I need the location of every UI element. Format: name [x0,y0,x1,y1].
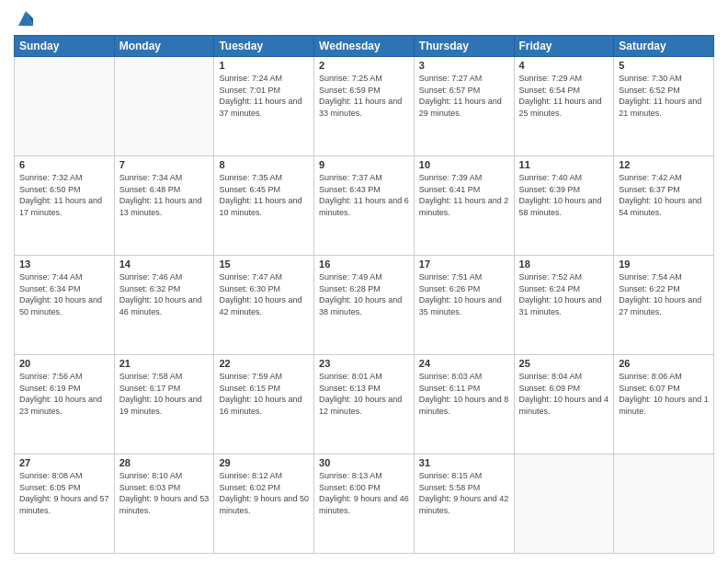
calendar-cell: 12Sunrise: 7:42 AM Sunset: 6:37 PM Dayli… [614,156,714,256]
day-number: 5 [619,60,709,71]
day-number: 12 [619,159,709,170]
calendar-cell: 18Sunrise: 7:52 AM Sunset: 6:24 PM Dayli… [514,256,614,355]
day-number: 26 [619,358,709,369]
day-number: 19 [619,259,709,270]
header [14,9,714,28]
day-number: 15 [219,259,309,270]
day-info: Sunrise: 7:42 AM Sunset: 6:37 PM Dayligh… [619,172,709,218]
day-number: 11 [519,159,609,170]
day-info: Sunrise: 7:35 AM Sunset: 6:45 PM Dayligh… [219,172,309,218]
calendar-header-tuesday: Tuesday [214,36,314,57]
calendar-cell: 7Sunrise: 7:34 AM Sunset: 6:48 PM Daylig… [114,156,214,256]
calendar-header-sunday: Sunday [15,36,115,57]
day-info: Sunrise: 7:39 AM Sunset: 6:41 PM Dayligh… [419,172,509,218]
day-info: Sunrise: 7:47 AM Sunset: 6:30 PM Dayligh… [219,271,309,317]
day-info: Sunrise: 7:51 AM Sunset: 6:26 PM Dayligh… [419,271,509,317]
day-number: 28 [119,457,210,468]
day-number: 9 [319,159,409,170]
calendar-cell: 13Sunrise: 7:44 AM Sunset: 6:34 PM Dayli… [15,256,115,355]
calendar-cell: 30Sunrise: 8:13 AM Sunset: 6:00 PM Dayli… [314,454,415,554]
day-info: Sunrise: 8:03 AM Sunset: 6:11 PM Dayligh… [419,371,509,417]
calendar-header-friday: Friday [514,36,614,57]
calendar-cell [15,57,115,156]
day-info: Sunrise: 7:40 AM Sunset: 6:39 PM Dayligh… [519,172,609,218]
day-number: 24 [419,358,509,369]
logo [14,9,35,28]
day-number: 27 [19,457,109,468]
calendar-cell: 27Sunrise: 8:08 AM Sunset: 6:05 PM Dayli… [15,454,115,554]
calendar-cell: 3Sunrise: 7:27 AM Sunset: 6:57 PM Daylig… [414,57,514,156]
day-info: Sunrise: 7:59 AM Sunset: 6:15 PM Dayligh… [219,371,309,417]
day-number: 20 [19,358,109,369]
day-info: Sunrise: 8:01 AM Sunset: 6:13 PM Dayligh… [319,371,409,417]
day-number: 4 [519,60,609,71]
day-number: 8 [219,159,309,170]
day-number: 1 [219,60,309,71]
calendar-cell: 4Sunrise: 7:29 AM Sunset: 6:54 PM Daylig… [514,57,614,156]
calendar-cell: 16Sunrise: 7:49 AM Sunset: 6:28 PM Dayli… [314,256,415,355]
calendar-cell: 24Sunrise: 8:03 AM Sunset: 6:11 PM Dayli… [414,355,514,454]
page: SundayMondayTuesdayWednesdayThursdayFrid… [0,0,728,563]
calendar-week-5: 27Sunrise: 8:08 AM Sunset: 6:05 PM Dayli… [15,454,714,554]
calendar-cell: 9Sunrise: 7:37 AM Sunset: 6:43 PM Daylig… [314,156,415,256]
day-number: 25 [519,358,609,369]
calendar-cell: 26Sunrise: 8:06 AM Sunset: 6:07 PM Dayli… [614,355,714,454]
day-info: Sunrise: 7:30 AM Sunset: 6:52 PM Dayligh… [619,73,709,119]
logo-icon [17,9,35,28]
calendar-cell: 31Sunrise: 8:15 AM Sunset: 5:58 PM Dayli… [414,454,514,554]
day-info: Sunrise: 7:32 AM Sunset: 6:50 PM Dayligh… [19,172,109,218]
day-info: Sunrise: 8:04 AM Sunset: 6:09 PM Dayligh… [519,371,609,417]
calendar-week-3: 13Sunrise: 7:44 AM Sunset: 6:34 PM Dayli… [15,256,714,355]
day-number: 21 [119,358,210,369]
day-info: Sunrise: 8:12 AM Sunset: 6:02 PM Dayligh… [219,470,309,516]
calendar-cell: 25Sunrise: 8:04 AM Sunset: 6:09 PM Dayli… [514,355,614,454]
day-info: Sunrise: 8:06 AM Sunset: 6:07 PM Dayligh… [619,371,709,417]
day-number: 10 [419,159,509,170]
calendar-cell: 23Sunrise: 8:01 AM Sunset: 6:13 PM Dayli… [314,355,415,454]
day-number: 3 [419,60,509,71]
day-info: Sunrise: 7:44 AM Sunset: 6:34 PM Dayligh… [19,271,109,317]
day-number: 31 [419,457,509,468]
day-number: 22 [219,358,309,369]
calendar-cell: 19Sunrise: 7:54 AM Sunset: 6:22 PM Dayli… [614,256,714,355]
calendar-cell: 2Sunrise: 7:25 AM Sunset: 6:59 PM Daylig… [314,57,415,156]
day-info: Sunrise: 8:08 AM Sunset: 6:05 PM Dayligh… [19,470,109,516]
calendar-week-2: 6Sunrise: 7:32 AM Sunset: 6:50 PM Daylig… [15,156,714,256]
calendar-cell [514,454,614,554]
day-number: 17 [419,259,509,270]
calendar-cell [114,57,214,156]
calendar-cell: 22Sunrise: 7:59 AM Sunset: 6:15 PM Dayli… [214,355,314,454]
day-number: 13 [19,259,109,270]
day-info: Sunrise: 7:25 AM Sunset: 6:59 PM Dayligh… [319,73,409,119]
day-number: 18 [519,259,609,270]
calendar-cell: 29Sunrise: 8:12 AM Sunset: 6:02 PM Dayli… [214,454,314,554]
day-number: 6 [19,159,109,170]
calendar-cell: 28Sunrise: 8:10 AM Sunset: 6:03 PM Dayli… [114,454,214,554]
logo-text [14,9,35,28]
calendar-cell: 10Sunrise: 7:39 AM Sunset: 6:41 PM Dayli… [414,156,514,256]
day-info: Sunrise: 7:52 AM Sunset: 6:24 PM Dayligh… [519,271,609,317]
calendar-cell: 21Sunrise: 7:58 AM Sunset: 6:17 PM Dayli… [114,355,214,454]
calendar-cell: 1Sunrise: 7:24 AM Sunset: 7:01 PM Daylig… [214,57,314,156]
day-info: Sunrise: 7:27 AM Sunset: 6:57 PM Dayligh… [419,73,509,119]
day-info: Sunrise: 7:54 AM Sunset: 6:22 PM Dayligh… [619,271,709,317]
day-info: Sunrise: 8:13 AM Sunset: 6:00 PM Dayligh… [319,470,409,516]
calendar-cell: 11Sunrise: 7:40 AM Sunset: 6:39 PM Dayli… [514,156,614,256]
day-number: 30 [319,457,409,468]
day-number: 7 [119,159,210,170]
calendar-cell [614,454,714,554]
day-info: Sunrise: 7:58 AM Sunset: 6:17 PM Dayligh… [119,371,210,417]
day-info: Sunrise: 8:10 AM Sunset: 6:03 PM Dayligh… [119,470,210,516]
day-number: 29 [219,457,309,468]
day-info: Sunrise: 7:24 AM Sunset: 7:01 PM Dayligh… [219,73,309,119]
day-info: Sunrise: 7:37 AM Sunset: 6:43 PM Dayligh… [319,172,409,218]
calendar-cell: 17Sunrise: 7:51 AM Sunset: 6:26 PM Dayli… [414,256,514,355]
day-number: 23 [319,358,409,369]
day-number: 2 [319,60,409,71]
day-info: Sunrise: 7:49 AM Sunset: 6:28 PM Dayligh… [319,271,409,317]
calendar-cell: 5Sunrise: 7:30 AM Sunset: 6:52 PM Daylig… [614,57,714,156]
day-number: 14 [119,259,210,270]
calendar-cell: 6Sunrise: 7:32 AM Sunset: 6:50 PM Daylig… [15,156,115,256]
calendar-header-row: SundayMondayTuesdayWednesdayThursdayFrid… [15,36,714,57]
calendar-header-wednesday: Wednesday [314,36,415,57]
